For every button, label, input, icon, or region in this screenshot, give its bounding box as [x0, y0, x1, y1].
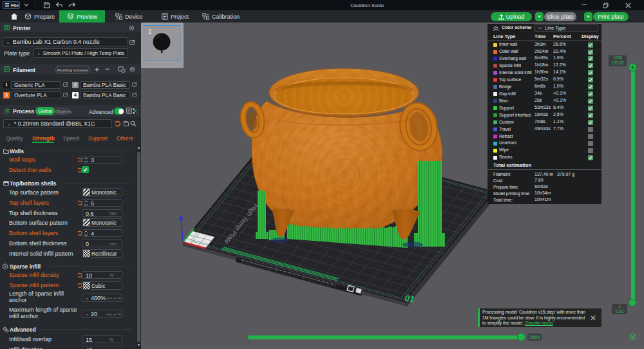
svg-text:01: 01: [404, 293, 415, 304]
